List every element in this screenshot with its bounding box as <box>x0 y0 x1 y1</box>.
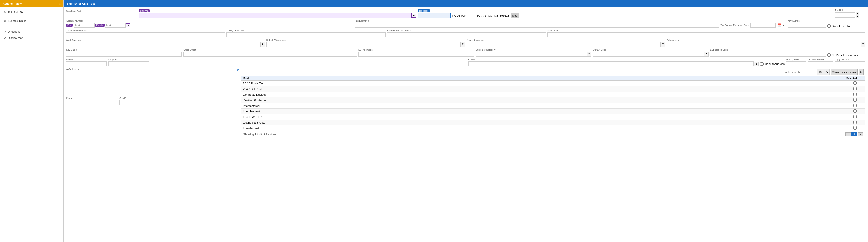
selected-cell <box>845 114 865 120</box>
route-selected-checkbox[interactable] <box>853 109 857 113</box>
table-row: Del Route Desktop <box>242 92 865 98</box>
route-cell: Desktop Route Test <box>242 98 845 103</box>
keyno-input[interactable]: 2832 <box>66 100 117 105</box>
mod-button[interactable]: Mod <box>510 13 519 18</box>
tax-table-county-input[interactable] <box>474 13 510 18</box>
col-route: Route <box>242 76 845 81</box>
ship-via-input[interactable]: Customer Pick-up <box>139 13 411 18</box>
selected-cell <box>845 81 865 86</box>
default-warehouse-group: Default Warehouse ▼ <box>267 39 465 47</box>
route-per-page-select[interactable]: 10 25 50 <box>817 69 830 75</box>
sidebar-collapse-icon[interactable]: ≡ <box>59 2 61 6</box>
account-number-input[interactable] <box>74 23 95 28</box>
pagination-prev[interactable]: ‹ <box>845 132 851 136</box>
tax-table-input[interactable]: 4337399113 0.25 <box>417 13 451 18</box>
account-manager-dropdown[interactable]: ▼ <box>660 42 665 47</box>
zipcode-debug-group: zipcode (DEBUG) 77080 <box>808 58 833 66</box>
keyno-custid-row: Keyno 2832 CustID 41533 <box>66 97 239 105</box>
salesperson-input[interactable] <box>667 42 861 47</box>
default-code-dropdown[interactable]: ▼ <box>704 52 709 57</box>
default-note-textarea[interactable] <box>66 72 239 96</box>
manual-address-checkbox[interactable] <box>760 62 764 66</box>
carrier-label: Carrier <box>468 58 785 61</box>
route-cell: 20/20 Del Route <box>242 86 845 92</box>
route-selected-checkbox[interactable] <box>853 92 857 96</box>
no-partial-shipments-group: No Partial Shipments <box>827 50 865 57</box>
route-refresh-button[interactable]: ↻ <box>859 69 864 75</box>
selected-cell <box>845 120 865 126</box>
tax-rate-up-arrow[interactable]: ▲ <box>856 12 859 15</box>
work-category-dropdown[interactable]: ▼ <box>260 42 265 47</box>
one-way-drive-minutes-input[interactable]: 0 <box>66 32 225 37</box>
form-row-5: Key Map # Cross Street EDI Acc Code Cust… <box>66 49 865 57</box>
route-selected-checkbox[interactable] <box>853 104 857 107</box>
route-selected-checkbox[interactable] <box>853 126 857 130</box>
edi-acc-code-input[interactable] <box>359 52 474 57</box>
sidebar-item-directions[interactable]: ⊙ Directions <box>0 28 63 35</box>
carrier-dropdown[interactable]: ▼ <box>754 62 759 66</box>
longitude-input[interactable]: -95.42412 <box>108 61 149 66</box>
edi-branch-code-input[interactable] <box>710 52 826 57</box>
route-selected-checkbox[interactable] <box>853 115 857 118</box>
sidebar-item-edit-ship-to[interactable]: ✎ Edit Ship To <box>0 9 63 16</box>
route-cell: Test to WHSE2 <box>242 114 845 120</box>
global-ship-to-checkbox[interactable] <box>827 24 831 28</box>
cross-street-input[interactable] <box>183 52 357 57</box>
tax-table-city-input[interactable] <box>451 13 474 18</box>
cross-street-group: Cross Street <box>183 49 357 57</box>
default-warehouse-input[interactable] <box>267 42 461 47</box>
default-note-expand-icon[interactable]: ⊕ <box>237 68 239 72</box>
work-category-input[interactable] <box>66 42 260 47</box>
customer-category-dropdown[interactable]: ▼ <box>587 52 591 57</box>
carrier-group: Carrier ▼ Manual Address <box>468 58 785 66</box>
ship-via-dropdown-arrow[interactable]: ▼ <box>411 14 416 18</box>
customer-category-input[interactable] <box>475 52 587 57</box>
default-warehouse-dropdown[interactable]: ▼ <box>461 42 465 47</box>
no-partial-shipments-checkbox[interactable] <box>827 53 831 57</box>
account-manager-group: Account Manager James Bond ▼ <box>467 39 665 47</box>
latitude-label: Latitude <box>66 58 107 61</box>
route-search-input[interactable] <box>783 69 816 75</box>
zipcode-debug-input[interactable]: 77080 <box>808 61 833 66</box>
key-number-label: Key Number <box>788 20 826 22</box>
tax-rate-down-arrow[interactable]: ▼ <box>856 15 859 18</box>
show-hide-columns-button[interactable]: Show / hide columns <box>831 69 858 75</box>
key-number-input[interactable] <box>788 23 826 28</box>
carrier-input[interactable] <box>468 61 754 66</box>
tax-exempt-input[interactable] <box>355 23 719 28</box>
pagination-next[interactable]: › <box>858 132 863 136</box>
tax-exempt-exp-label: Tax Exempt Expiration Date <box>720 24 749 26</box>
route-cell: Inter testered <box>242 103 845 109</box>
latitude-input[interactable]: 29.81141 <box>66 61 107 66</box>
route-selected-checkbox[interactable] <box>853 81 857 85</box>
tax-rate-input[interactable]: 8.25 <box>835 12 855 18</box>
billed-drive-time-input[interactable]: 0 <box>387 32 546 37</box>
form-row-1: Ship Misc Code Ship Via Customer Pick-up… <box>66 9 865 18</box>
tax-rate-spinner[interactable]: ▲ ▼ <box>856 12 859 18</box>
misc-field-input[interactable] <box>548 32 865 37</box>
route-selected-checkbox[interactable] <box>853 87 857 90</box>
billed-drive-time-group: Billed Drive Time Hours 0 <box>387 29 546 37</box>
edit-icon: ✎ <box>4 11 6 14</box>
calendar-icon[interactable]: 📅 <box>776 23 782 27</box>
ship-misc-code-input[interactable] <box>66 13 137 18</box>
default-code-input[interactable] <box>593 52 704 57</box>
pagination-page-1[interactable]: 1 <box>851 132 857 136</box>
sidebar-item-delete-ship-to[interactable]: 🗑 Delete Ship To <box>0 18 63 24</box>
table-row: 20-20 Route Test <box>242 81 865 86</box>
tax-exempt-exp-input[interactable] <box>750 23 776 28</box>
city-debug-input[interactable]: Houston <box>835 61 865 66</box>
freight-dropdown-arrow[interactable]: ▼ <box>126 23 131 27</box>
route-selected-checkbox[interactable] <box>853 98 857 102</box>
selected-cell <box>845 92 865 98</box>
route-selected-checkbox[interactable] <box>853 120 857 124</box>
salesperson-dropdown[interactable]: ▼ <box>861 42 865 47</box>
one-way-drive-miles-label: 1 Way Drive Miles <box>226 29 385 32</box>
sidebar-item-display-map[interactable]: ⊙ Display Map <box>0 35 63 41</box>
freight-input[interactable] <box>105 23 126 28</box>
one-way-drive-miles-input[interactable]: 0 <box>226 32 385 37</box>
custid-input[interactable]: 41533 <box>120 100 170 105</box>
account-manager-input[interactable]: James Bond <box>467 42 661 47</box>
key-map-input[interactable] <box>66 52 182 57</box>
state-debug-input[interactable]: TX <box>786 61 806 66</box>
